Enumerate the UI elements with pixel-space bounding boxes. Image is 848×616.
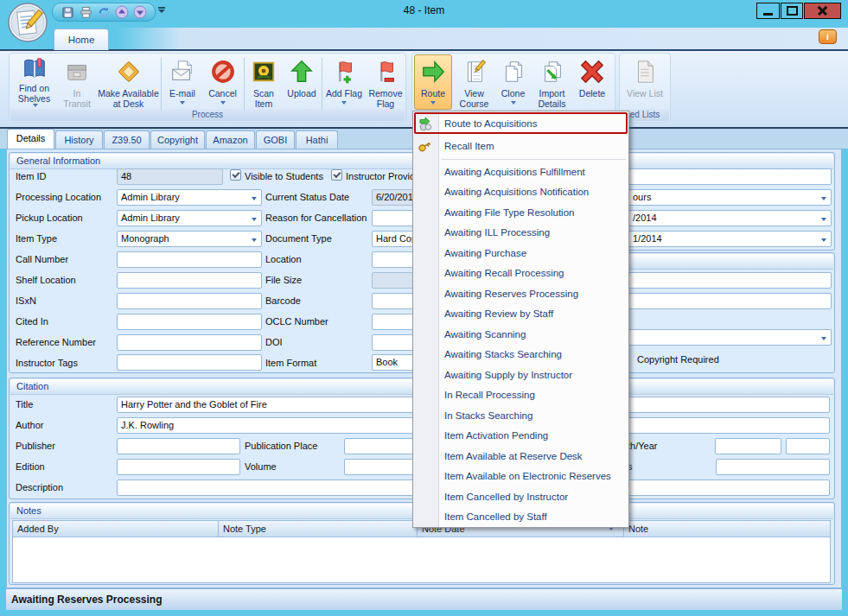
maximize-icon: [787, 6, 798, 16]
item-type-combobox[interactable]: Monograph: [117, 231, 262, 247]
find-on-shelves-button[interactable]: Find on Shelves: [11, 54, 57, 110]
scroll-down-icon[interactable]: [133, 5, 147, 19]
edition-field[interactable]: [117, 459, 240, 475]
menu-item-status[interactable]: Item Cancelled by Instructor: [413, 486, 628, 507]
dropdown-caret-icon: [430, 101, 436, 107]
menu-item-status[interactable]: Item Cancelled by Staff: [413, 507, 628, 528]
route-button[interactable]: Route: [414, 54, 452, 110]
reference-number-label: Reference Number: [16, 337, 96, 347]
menu-item-status[interactable]: Awaiting Supply by Instructor: [413, 365, 628, 385]
menu-item-status[interactable]: Awaiting File Type Resolution: [413, 202, 628, 223]
processing-location-combobox[interactable]: Admin Library: [117, 189, 262, 206]
menu-item-status[interactable]: Awaiting Purchase: [413, 243, 628, 264]
upload-button[interactable]: Upload: [283, 54, 321, 110]
reference-number-field[interactable]: [117, 334, 262, 351]
right-row4-combobox[interactable]: 1/2014: [628, 231, 832, 247]
menu-item-status[interactable]: Awaiting Acquisitions Fulfillment: [413, 162, 628, 182]
import-icon: [539, 56, 565, 87]
menu-item-recall-item[interactable]: Recall Item: [413, 134, 628, 157]
item-type-label: Item Type: [16, 233, 57, 244]
tab-history[interactable]: History: [55, 130, 103, 149]
view-list-button: View List: [622, 54, 668, 110]
tab-hathi[interactable]: Hathi: [296, 130, 338, 149]
instructor-provided-checkbox[interactable]: [331, 169, 342, 181]
right-row5-field[interactable]: [628, 272, 832, 289]
notes-column-note[interactable]: Note: [623, 520, 831, 537]
isxn-field[interactable]: [117, 293, 262, 309]
tab-z3950[interactable]: Z39.50: [104, 130, 150, 149]
qat-overflow-icon[interactable]: [157, 7, 166, 16]
item-format-label: Item Format: [265, 358, 316, 368]
menu-item-route-to-acquisitions[interactable]: Route to Acquisitions: [414, 112, 628, 134]
menu-item-status[interactable]: Awaiting Review by Staff: [413, 304, 628, 325]
publisher-field[interactable]: [117, 438, 240, 454]
menu-item-status[interactable]: Item Available on Electronic Reserves: [413, 467, 628, 487]
import-details-button[interactable]: Import Details: [532, 54, 572, 110]
tab-copyright[interactable]: Copyright: [150, 130, 205, 149]
barcode-label: Barcode: [265, 295, 301, 306]
help-icon[interactable]: i: [819, 29, 837, 44]
publication-month-field[interactable]: [715, 438, 781, 454]
pages-field[interactable]: [716, 459, 830, 475]
minimize-button[interactable]: [756, 3, 780, 19]
menu-item-status[interactable]: In Recall Processing: [413, 385, 628, 406]
pickup-location-combobox[interactable]: Admin Library: [117, 210, 262, 226]
cited-in-field[interactable]: [117, 314, 262, 330]
right-row1-field[interactable]: [628, 168, 832, 185]
right-row3-combobox[interactable]: /2014: [628, 210, 832, 226]
menu-item-status[interactable]: Awaiting Scanning: [413, 324, 628, 345]
save-icon[interactable]: [61, 5, 74, 19]
menu-item-status[interactable]: Awaiting Reserves Processing: [413, 283, 628, 304]
menu-item-status[interactable]: Item Available at Reserve Desk: [413, 446, 628, 467]
notes-column-note-type[interactable]: Note Type: [218, 520, 418, 537]
app-icon[interactable]: [7, 2, 48, 43]
document-type-label: Document Type: [265, 233, 332, 244]
cancel-button[interactable]: Cancel: [203, 54, 242, 110]
ribbon-tab-home[interactable]: Home: [54, 29, 109, 50]
prohibition-icon: [210, 56, 236, 87]
remove-flag-button[interactable]: Remove Flag: [366, 54, 405, 110]
print-icon[interactable]: [79, 5, 92, 19]
visible-to-students-checkbox[interactable]: [230, 169, 241, 181]
tab-gobi[interactable]: GOBI: [256, 130, 295, 149]
maximize-button[interactable]: [781, 3, 803, 19]
notes-table-body[interactable]: [12, 537, 831, 583]
right-row2-combobox[interactable]: ours: [628, 189, 832, 206]
menu-item-status[interactable]: Awaiting Stacks Searching: [413, 345, 628, 365]
route-dropdown-menu: Route to Acquisitions Recall Item Awaiti…: [412, 111, 629, 528]
notes-column-added-by[interactable]: Added By: [12, 520, 219, 537]
author-label: Author: [16, 420, 43, 430]
scan-item-button[interactable]: Scan Item: [245, 54, 282, 110]
menu-item-status[interactable]: Awaiting Recall Processing: [413, 264, 628, 284]
menu-separator: [442, 159, 626, 160]
view-course-button[interactable]: View Course: [454, 54, 494, 110]
gold-diamond-icon: [116, 56, 142, 87]
clone-button[interactable]: Clone: [495, 54, 531, 110]
scroll-up-icon[interactable]: [115, 5, 129, 19]
package-icon: [64, 56, 90, 87]
menu-status-item-list: Awaiting Acquisitions FulfillmentAwaitin…: [413, 162, 628, 527]
flag-plus-icon: [331, 56, 357, 87]
shelf-location-field[interactable]: [117, 272, 262, 289]
tab-details[interactable]: Details: [7, 129, 54, 149]
delete-button[interactable]: Delete: [573, 54, 611, 110]
publication-year-field[interactable]: [786, 438, 830, 454]
menu-item-status[interactable]: In Stacks Searching: [413, 405, 628, 426]
email-button[interactable]: E-mail: [163, 54, 202, 110]
call-number-field[interactable]: [117, 251, 262, 268]
tab-amazon[interactable]: Amazon: [206, 130, 255, 149]
close-button[interactable]: [804, 3, 841, 19]
up-arrow-icon: [289, 56, 315, 87]
menu-item-status[interactable]: Item Activation Pending: [413, 426, 628, 447]
right-row7-combobox[interactable]: [628, 329, 832, 346]
processing-location-label: Processing Location: [16, 192, 101, 202]
book-icon: [22, 56, 48, 82]
refresh-icon[interactable]: [97, 5, 111, 19]
add-flag-button[interactable]: Add Flag: [323, 54, 365, 110]
menu-item-status[interactable]: Awaiting ILL Processing: [413, 223, 628, 244]
make-available-at-desk-button[interactable]: Make Available at Desk: [97, 54, 160, 110]
right-row6-field[interactable]: [628, 293, 832, 309]
publication-month-year-label: th/Year: [628, 441, 657, 451]
menu-item-status[interactable]: Awaiting Acquisitions Notification: [413, 182, 628, 203]
instructor-tags-field[interactable]: [117, 354, 262, 371]
